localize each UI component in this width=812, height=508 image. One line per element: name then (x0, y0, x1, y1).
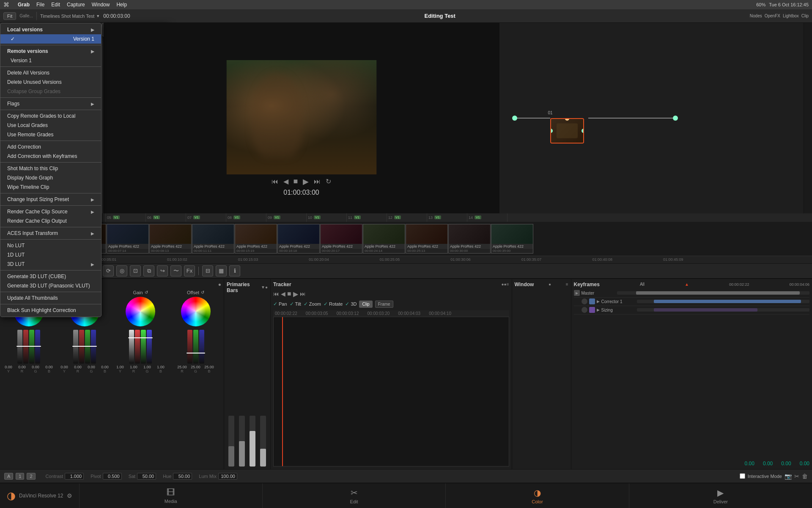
step-back-button[interactable]: ◀ (283, 177, 288, 185)
prim-bar-lift-track[interactable] (228, 416, 234, 467)
menu-version1-remote[interactable]: Version 1 (0, 56, 101, 65)
clip-thumb-09[interactable]: Apple ProRes 422 00:00:16:18 (277, 224, 320, 254)
clip-thumb-08[interactable]: Apple ProRes 422 00:00:15:19 (235, 224, 277, 254)
offset-b-value[interactable]: 25.00 (203, 365, 215, 369)
kf-val-4[interactable]: 0.00 (800, 461, 809, 467)
kf-val-1[interactable]: 0.00 (745, 461, 754, 467)
menu-copy-remote-grades[interactable]: Copy Remote Grades to Local (0, 111, 101, 121)
tracker-stop[interactable]: ■ (287, 290, 291, 298)
wheel-gain-slider-r[interactable] (135, 330, 140, 364)
tracker-check-pan[interactable]: ✓ Pan (273, 301, 287, 307)
menu-window[interactable]: Window (92, 2, 110, 8)
menu-file[interactable]: File (36, 2, 44, 8)
gamma-g-value[interactable]: 0.00 (85, 365, 97, 369)
clip-thumb-14[interactable]: Apple ProRes 422 00:00:35:00 (491, 224, 533, 254)
tracker-skip-end[interactable]: ⏭ (300, 290, 306, 297)
prim-bar-offset-track[interactable] (260, 416, 266, 467)
keyframes-all-label[interactable]: All (640, 282, 645, 287)
color-tool-target[interactable]: ◎ (116, 265, 127, 276)
interactive-mode-icon-3[interactable]: 🗑 (802, 473, 808, 480)
wheel-lift-slider-b[interactable] (35, 330, 40, 364)
kf-sizing-toggle[interactable] (582, 307, 587, 313)
openfx-label[interactable]: OpenFX (765, 14, 780, 18)
wheel-offset-disc[interactable] (181, 297, 211, 326)
tracker-check-3d[interactable]: ✓ 3D (345, 301, 357, 307)
menu-use-remote-grades[interactable]: Use Remote Grades (0, 130, 101, 139)
lightbox-label[interactable]: Lightbox (783, 14, 799, 18)
menu-grab[interactable]: Grab (18, 2, 30, 8)
node-01-output-dot[interactable] (582, 129, 584, 133)
lift-y-value[interactable]: 0.00 (3, 365, 14, 369)
lum-mix-value[interactable]: 100.00 (218, 473, 237, 480)
tracker-step-back[interactable]: ◀ (281, 290, 285, 297)
sat-value[interactable]: 50.00 (137, 473, 156, 480)
nav-color[interactable]: ◑ Color (446, 483, 629, 508)
nodes-label[interactable]: Nodes (750, 14, 762, 18)
tracker-menu-btn[interactable]: ≡ (507, 282, 509, 287)
wheel-offset-slider-b[interactable] (199, 330, 204, 364)
tracker-play[interactable]: ▶ (293, 290, 298, 298)
window-menu-btn[interactable]: ≡ (566, 282, 568, 287)
kf-master-toggle[interactable]: ▶ (574, 290, 580, 296)
color-tool-grid[interactable]: ⊟ (202, 265, 213, 276)
kf-val-3[interactable]: 0.00 (781, 461, 791, 467)
prim-bar-gain-track[interactable] (250, 416, 255, 467)
gamma-y-value[interactable]: 0.00 (58, 365, 70, 369)
menu-flags[interactable]: Flags ▶ (0, 99, 101, 108)
window-settings-btn[interactable]: ● (549, 282, 551, 287)
tracker-frame-btn[interactable]: Frame (375, 301, 393, 308)
gamma-r-value[interactable]: 0.00 (72, 365, 84, 369)
tracker-grid[interactable] (273, 317, 509, 467)
color-tool-wave[interactable]: 〜 (170, 265, 181, 276)
gain-r-value[interactable]: 1.00 (128, 365, 140, 369)
tracker-check-tilt[interactable]: ✓ Tilt (290, 301, 301, 307)
offset-r-value[interactable]: 25.00 (176, 365, 188, 369)
primaries-settings-btn[interactable]: ● (265, 285, 268, 290)
apple-menu-icon[interactable]: ⌘ (3, 1, 9, 8)
menu-remote-versions[interactable]: Remote versions ▶ (0, 47, 101, 56)
clip-thumb-07[interactable]: Apple ProRes 422 00:00:11:11 (192, 224, 234, 254)
primaries-menu-btn[interactable]: ▼ (261, 285, 265, 290)
right-scrollbar[interactable] (804, 23, 812, 213)
menu-1d-lut[interactable]: 1D LUT (0, 250, 101, 260)
color-tool-balance[interactable]: ⊡ (130, 265, 141, 276)
skip-to-end-button[interactable]: ⏭ (314, 178, 321, 185)
menu-no-lut[interactable]: No LUT (0, 241, 101, 250)
menu-render-cache-source[interactable]: Render Cache Clip Source ▶ (0, 207, 101, 216)
color-tool-cycle[interactable]: ⟳ (103, 265, 114, 276)
menu-add-correction[interactable]: Add Correction (0, 142, 101, 152)
offset-g-value[interactable]: 25.00 (190, 365, 202, 369)
status-1-btn[interactable]: 1 (16, 473, 24, 480)
hue-value[interactable]: 50.00 (173, 473, 192, 480)
lift-g-value[interactable]: 0.00 (30, 365, 41, 369)
wheel-lift-slider-y[interactable] (17, 330, 22, 364)
wheel-gamma-slider-b[interactable] (91, 330, 96, 364)
gamma-b-value[interactable]: 0.00 (99, 365, 111, 369)
wheel-gamma-slider-r[interactable] (79, 330, 84, 364)
play-button[interactable]: ▶ (303, 177, 309, 186)
menu-display-node-graph[interactable]: Display Node Graph (0, 173, 101, 182)
prim-bar-gamma-track[interactable] (239, 416, 245, 467)
tracker-skip-start[interactable]: ⏮ (273, 290, 279, 297)
gain-g-value[interactable]: 1.00 (141, 365, 153, 369)
wheel-offset-reset[interactable]: ↺ (201, 290, 204, 295)
lift-b-value[interactable]: 0.00 (43, 365, 55, 369)
menu-use-local-grades[interactable]: Use Local Grades (0, 121, 101, 130)
clip-thumb-13[interactable]: Apple ProRes 422 00:00:30:00 (448, 224, 491, 254)
menu-edit[interactable]: Edit (51, 2, 60, 8)
interactive-mode-checkbox[interactable] (740, 473, 745, 479)
kf-sizing-expand[interactable]: ▶ (597, 308, 600, 312)
menu-generate-3d-panasonic[interactable]: Generate 3D LUT (Panasonic VLUT) (0, 281, 101, 290)
wheel-gain-disc[interactable] (126, 297, 155, 326)
fit-button[interactable]: Fit (3, 12, 16, 20)
menu-change-input-sizing[interactable]: Change Input Sizing Preset ▶ (0, 195, 101, 204)
nav-deliver[interactable]: ▶ Deliver (629, 483, 812, 508)
wheel-offset-slider-g[interactable] (193, 330, 198, 364)
wheel-lift-slider-r[interactable] (23, 330, 28, 364)
tracker-check-zoom[interactable]: ✓ Zoom (304, 301, 321, 307)
clip-thumb-12[interactable]: Apple ProRes 422 00:00:25:13 (406, 224, 448, 254)
kf-val-2[interactable]: 0.00 (763, 461, 773, 467)
wheel-gain-reset[interactable]: ↺ (145, 290, 148, 295)
menu-delete-all-versions[interactable]: Delete All Versions (0, 68, 101, 77)
lift-r-value[interactable]: 0.00 (16, 365, 28, 369)
